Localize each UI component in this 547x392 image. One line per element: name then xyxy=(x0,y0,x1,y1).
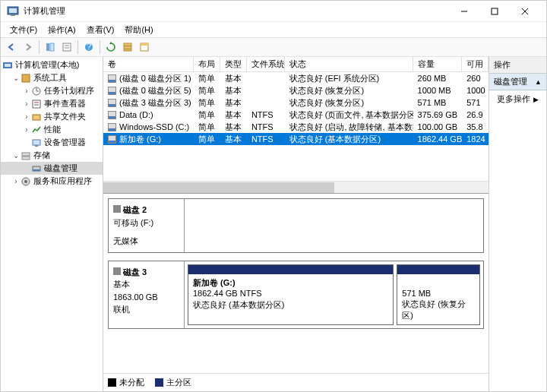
expand-icon[interactable]: › xyxy=(22,125,31,134)
partition-recovery[interactable]: 571 MB 状态良好 (恢复分区) xyxy=(397,264,480,326)
collapse-icon[interactable]: ⌄ xyxy=(11,151,21,160)
horizontal-scrollbar[interactable] xyxy=(103,181,489,193)
volume-row[interactable]: (磁盘 0 磁盘分区 5)简单基本状态良好 (恢复分区)1000 MB1000 xyxy=(103,84,489,96)
volume-header: 卷 布局 类型 文件系统 状态 容量 可用 xyxy=(103,57,489,72)
scroll-thumb[interactable] xyxy=(103,182,334,193)
tree-pane[interactable]: 计算机管理(本地) ⌄ 系统工具 › 任务计划程序 › 事件查看器 › 共享文件… xyxy=(1,57,103,391)
svg-rect-20 xyxy=(5,64,11,67)
col-layout[interactable]: 布局 xyxy=(194,57,220,71)
col-status[interactable]: 状态 xyxy=(285,57,413,71)
list-view-button[interactable] xyxy=(120,40,135,55)
menu-action[interactable]: 操作(A) xyxy=(43,23,81,37)
actions-subheader[interactable]: 磁盘管理 ▲ xyxy=(489,74,546,90)
actions-pane: 操作 磁盘管理 ▲ 更多操作 ▶ xyxy=(489,57,546,391)
titlebar: 计算机管理 xyxy=(1,1,546,22)
menubar: 文件(F) 操作(A) 查看(V) 帮助(H) xyxy=(1,22,546,37)
menu-file[interactable]: 文件(F) xyxy=(5,23,42,37)
disk-3-partitions: 新加卷 (G:) 1862.44 GB NTFS 状态良好 (基本数据分区) 5… xyxy=(185,261,483,329)
svg-rect-7 xyxy=(46,43,49,51)
content-area: 计算机管理(本地) ⌄ 系统工具 › 任务计划程序 › 事件查看器 › 共享文件… xyxy=(1,57,546,391)
svg-rect-29 xyxy=(33,140,40,145)
forward-button[interactable] xyxy=(21,40,36,55)
svg-rect-4 xyxy=(492,8,498,14)
expand-icon[interactable]: › xyxy=(22,100,31,108)
svg-rect-34 xyxy=(33,169,40,171)
detail-view-button[interactable] xyxy=(137,40,152,55)
tree-root[interactable]: 计算机管理(本地) xyxy=(1,58,103,71)
window-title: 计算机管理 xyxy=(24,5,449,17)
volume-list: 卷 布局 类型 文件系统 状态 容量 可用 (磁盘 0 磁盘分区 1)简单基本状… xyxy=(103,57,489,194)
svg-rect-14 xyxy=(124,43,131,46)
svg-rect-18 xyxy=(141,43,148,46)
volume-row[interactable]: (磁盘 3 磁盘分区 3)简单基本状态良好 (恢复分区)571 MB571 xyxy=(103,96,489,109)
disk-detail-pane[interactable]: 磁盘 2 可移动 (F:) 无媒体 磁盘 3 基本 1863.00 GB 联机 xyxy=(103,194,489,373)
disk-2-nomedia xyxy=(185,199,483,252)
volume-row[interactable]: Data (D:)简单基本NTFS状态良好 (页面文件, 基本数据分区)375.… xyxy=(103,109,489,121)
svg-rect-31 xyxy=(22,153,30,156)
volume-row[interactable]: Windows-SSD (C:)简单基本NTFS状态良好 (启动, 故障转储, … xyxy=(103,121,489,133)
col-type[interactable]: 类型 xyxy=(220,57,247,71)
tree-event-viewer[interactable]: › 事件查看器 xyxy=(1,97,103,110)
svg-rect-25 xyxy=(33,100,40,108)
collapse-icon[interactable]: ▲ xyxy=(535,78,542,86)
legend-primary-label: 主分区 xyxy=(166,377,191,388)
tree-storage[interactable]: ⌄ 存储 xyxy=(1,149,103,162)
actions-more[interactable]: 更多操作 ▶ xyxy=(489,90,546,108)
svg-rect-2 xyxy=(11,14,15,16)
col-avail[interactable]: 可用 xyxy=(462,57,489,71)
svg-rect-30 xyxy=(35,145,38,147)
legend-unallocated-swatch xyxy=(108,378,116,387)
tree-services[interactable]: › 服务和应用程序 xyxy=(1,175,103,188)
menu-help[interactable]: 帮助(H) xyxy=(120,23,157,37)
svg-rect-1 xyxy=(9,8,17,13)
tree-performance[interactable]: › 性能 xyxy=(1,123,103,136)
tree-device-manager[interactable]: 设备管理器 xyxy=(1,136,103,149)
col-name[interactable]: 卷 xyxy=(103,57,194,71)
main-pane: 卷 布局 类型 文件系统 状态 容量 可用 (磁盘 0 磁盘分区 1)简单基本状… xyxy=(103,57,489,391)
legend-primary-swatch xyxy=(155,378,163,387)
submenu-arrow-icon: ▶ xyxy=(533,96,539,103)
expand-icon[interactable]: › xyxy=(22,112,31,121)
app-icon xyxy=(7,5,19,17)
toolbar: ? xyxy=(1,37,546,57)
expand-icon[interactable]: › xyxy=(22,87,31,95)
minimize-button[interactable] xyxy=(449,2,479,21)
close-button[interactable] xyxy=(510,2,540,21)
volume-row[interactable]: 新加卷 (G:)简单基本NTFS状态良好 (基本数据分区)1862.44 GB1… xyxy=(103,133,489,145)
svg-point-36 xyxy=(24,180,27,183)
col-fs[interactable]: 文件系统 xyxy=(247,57,285,71)
actions-header: 操作 xyxy=(489,57,546,74)
svg-rect-32 xyxy=(22,156,30,160)
collapse-icon[interactable]: ⌄ xyxy=(11,74,21,82)
window-controls xyxy=(449,2,540,21)
svg-rect-28 xyxy=(33,115,40,120)
legend-unallocated-label: 未分配 xyxy=(119,377,144,388)
svg-rect-16 xyxy=(124,49,131,51)
refresh-button[interactable] xyxy=(103,40,119,55)
tree-shared-folders[interactable]: › 共享文件夹 xyxy=(1,110,103,123)
svg-text:?: ? xyxy=(87,42,91,51)
menu-view[interactable]: 查看(V) xyxy=(82,23,119,37)
volume-row[interactable]: (磁盘 0 磁盘分区 1)简单基本状态良好 (EFI 系统分区)260 MB26… xyxy=(103,72,489,84)
disk-2-info: 磁盘 2 可移动 (F:) 无媒体 xyxy=(109,199,185,252)
disk-2-block[interactable]: 磁盘 2 可移动 (F:) 无媒体 xyxy=(108,198,484,253)
back-button[interactable] xyxy=(4,40,19,55)
svg-rect-9 xyxy=(63,43,71,51)
tree-task-scheduler[interactable]: › 任务计划程序 xyxy=(1,84,103,97)
disk-3-info: 磁盘 3 基本 1863.00 GB 联机 xyxy=(109,261,185,329)
expand-icon[interactable]: › xyxy=(11,177,21,185)
svg-rect-15 xyxy=(124,46,131,49)
svg-rect-21 xyxy=(22,74,30,82)
maximize-button[interactable] xyxy=(479,2,510,21)
help-button[interactable]: ? xyxy=(81,40,96,55)
legend: 未分配 主分区 xyxy=(103,373,489,391)
show-hide-button[interactable] xyxy=(43,40,58,55)
tree-system-tools[interactable]: ⌄ 系统工具 xyxy=(1,71,103,84)
volume-body[interactable]: (磁盘 0 磁盘分区 1)简单基本状态良好 (EFI 系统分区)260 MB26… xyxy=(103,72,489,181)
properties-button[interactable] xyxy=(59,40,74,55)
svg-rect-8 xyxy=(50,43,54,51)
col-cap[interactable]: 容量 xyxy=(413,57,463,71)
tree-disk-management[interactable]: 磁盘管理 xyxy=(1,162,103,175)
partition-g[interactable]: 新加卷 (G:) 1862.44 GB NTFS 状态良好 (基本数据分区) xyxy=(188,264,394,326)
disk-3-block[interactable]: 磁盘 3 基本 1863.00 GB 联机 新加卷 (G:) 1862.44 G… xyxy=(108,261,484,330)
